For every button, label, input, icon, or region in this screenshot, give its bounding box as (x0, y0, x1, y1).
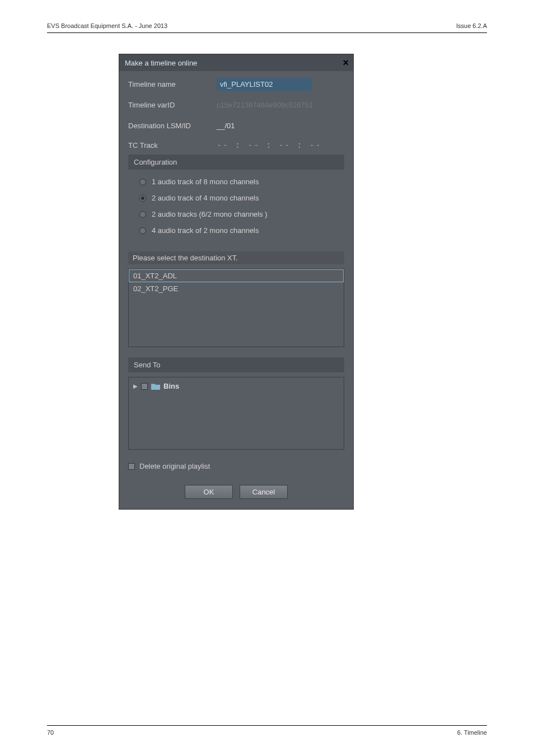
radio-label: 4 audio track of 2 mono channels (152, 226, 259, 235)
radio-icon (139, 195, 146, 202)
dialog-buttons: OK Cancel (128, 485, 344, 499)
label-timeline-name: Timeline name (128, 80, 217, 88)
radio-4-track-2-mono[interactable]: 4 audio track of 2 mono channels (139, 226, 339, 235)
header-issue: Issue 6.2.A (456, 22, 487, 29)
row-dest-lsmid: Destination LSM/ID __/01 (128, 119, 344, 132)
dialog-title: Make a timeline online (125, 59, 197, 67)
cancel-button[interactable]: Cancel (240, 485, 288, 499)
bins-label: Bins (163, 382, 179, 390)
destination-xt-label: Please select the destination XT. (128, 251, 344, 264)
folder-icon (151, 382, 160, 390)
radio-2-track-4-mono[interactable]: 2 audio track of 4 mono channels (139, 194, 339, 202)
timeline-name-input[interactable]: vfi_PLAYLIST02 (217, 78, 312, 91)
dest-lsmid-input[interactable]: __/01 (217, 119, 235, 132)
footer-pagenum: 70 (47, 729, 54, 736)
radio-icon (139, 179, 146, 185)
footer-section: 6. Timeline (457, 729, 487, 736)
label-tctrack: TC Track (128, 141, 217, 150)
row-timeline-varid: Timeline varID c15e721397484e909c526751 (128, 99, 344, 111)
destination-xt-list[interactable]: 01_XT2_ADL 02_XT2_PGE (128, 269, 344, 347)
close-icon[interactable]: × (343, 58, 349, 68)
titlebar: Make a timeline online × (119, 54, 353, 71)
label-timeline-varid: Timeline varID (128, 101, 217, 109)
dest-item-01-xt2-adl[interactable]: 01_XT2_ADL (129, 269, 344, 282)
configuration-header: Configuration (128, 155, 344, 170)
page-header: EVS Broadcast Equipment S.A. - June 2013… (0, 0, 534, 38)
radio-icon (139, 227, 146, 234)
radio-label: 1 audio track of 8 mono channels (152, 178, 259, 186)
bins-checkbox[interactable] (141, 383, 148, 390)
page-footer: 70 6. Timeline (47, 725, 487, 736)
radio-icon (139, 211, 146, 218)
label-dest-lsmid: Destination LSM/ID (128, 122, 217, 130)
dialog-make-timeline-online: Make a timeline online × Timeline name v… (119, 54, 354, 510)
row-tctrack: TC Track -- : -- : -- : -- (128, 140, 344, 150)
audio-config-radiogroup: 1 audio track of 8 mono channels 2 audio… (128, 170, 344, 242)
ok-button[interactable]: OK (185, 485, 233, 499)
radio-1-track-8-mono[interactable]: 1 audio track of 8 mono channels (139, 178, 339, 186)
bins-tree-item[interactable]: ▶ Bins (133, 382, 339, 390)
checkbox-icon (128, 463, 135, 470)
dialog-content: Timeline name vfi_PLAYLIST02 Timeline va… (119, 71, 353, 509)
delete-label: Delete original playlist (139, 462, 210, 470)
disclosure-triangle-icon[interactable]: ▶ (133, 383, 138, 389)
tctrack-value: -- : -- : -- : -- (217, 140, 322, 150)
sendto-tree[interactable]: ▶ Bins (128, 377, 344, 450)
dest-item-02-xt2-pge[interactable]: 02_XT2_PGE (129, 282, 344, 295)
delete-original-playlist-checkbox[interactable]: Delete original playlist (128, 462, 344, 470)
radio-2-tracks-6-2-mono[interactable]: 2 audio tracks (6/2 mono channels ) (139, 210, 339, 218)
header-company: EVS Broadcast Equipment S.A. - June 2013 (47, 22, 167, 29)
sendto-header: Send To (128, 357, 344, 372)
radio-label: 2 audio tracks (6/2 mono channels ) (152, 210, 268, 218)
timeline-varid-value: c15e721397484e909c526751 (217, 99, 340, 111)
radio-label: 2 audio track of 4 mono channels (152, 194, 259, 202)
row-timeline-name: Timeline name vfi_PLAYLIST02 (128, 78, 344, 91)
